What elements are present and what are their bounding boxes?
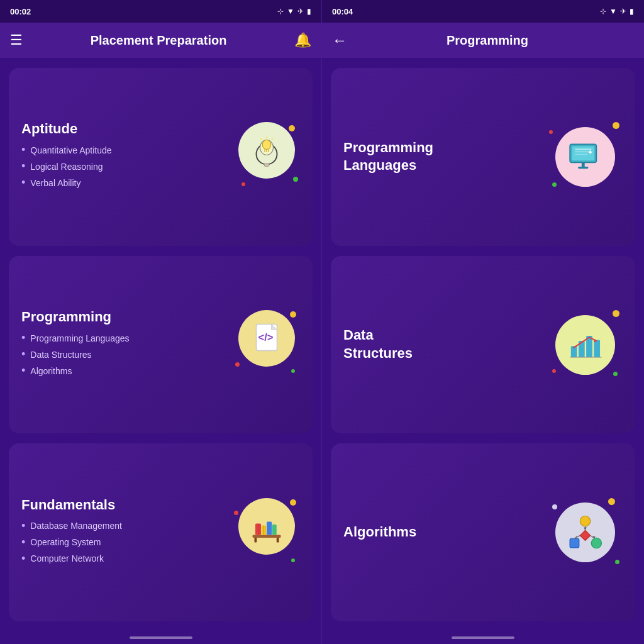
aptitude-icon	[238, 122, 295, 179]
algorithms-image-container	[547, 495, 623, 570]
aptitude-item-1: Quantitative Aptitude	[21, 143, 232, 157]
svg-line-9	[260, 138, 262, 140]
dot-green-prog	[291, 369, 295, 373]
svg-text:</>: </>	[258, 331, 274, 343]
svg-rect-19	[272, 525, 277, 535]
svg-point-36	[580, 516, 590, 526]
dot-red-prog	[235, 362, 240, 367]
aptitude-image-container	[232, 122, 301, 191]
dot-yellow-ds	[613, 310, 619, 317]
svg-rect-18	[267, 521, 272, 535]
right-phone: 00:04 ⊹ ▼ ✈ ▮ ← Programming ProgrammingL…	[322, 0, 644, 644]
battery-icon: ▮	[307, 7, 311, 16]
app-header: ☰ Placement Preparation 🔔	[0, 23, 321, 58]
dot-green-ds	[613, 372, 618, 376]
time-right: 00:04	[332, 7, 353, 16]
dot-yellow-pl	[613, 122, 619, 129]
status-icons-left: ⊹ ▼ ✈ ▮	[277, 7, 311, 16]
svg-point-2	[262, 140, 271, 150]
svg-rect-13	[253, 535, 281, 538]
aptitude-card[interactable]: Aptitude Quantitative Aptitude Logical R…	[9, 68, 313, 246]
algorithms-title: Algorithms	[343, 523, 416, 541]
back-button[interactable]: ←	[332, 31, 347, 49]
fundamentals-image-container	[232, 498, 301, 567]
bell-icon[interactable]: 🔔	[294, 32, 311, 48]
programming-title: Programming	[21, 309, 232, 325]
prog-lang-title: ProgrammingLanguages	[343, 139, 433, 175]
dot-gray-algo	[552, 504, 557, 509]
battery-icon-right: ▮	[630, 7, 634, 16]
programming-card-text: Programming Programming Languages Data S…	[21, 309, 232, 380]
prog-lang-icon: ✦	[555, 127, 615, 187]
right-content: ProgrammingLanguages ✦	[322, 58, 644, 631]
aptitude-item-2: Logical Reasoning	[21, 160, 232, 173]
dot-yellow-fund	[290, 499, 296, 506]
svg-rect-15	[277, 538, 279, 543]
fundamentals-item-2: Operating System	[21, 536, 232, 549]
signal-icon-right: ⊹	[600, 7, 606, 16]
algorithms-card[interactable]: Algorithms	[331, 443, 635, 621]
fundamentals-card-text: Fundamentals Database Management Operati…	[21, 497, 232, 569]
home-bar-right	[452, 636, 514, 639]
svg-rect-6	[264, 164, 269, 167]
status-bar-right: 00:04 ⊹ ▼ ✈ ▮	[322, 0, 644, 23]
dot-green-pl	[552, 182, 557, 187]
left-phone: 00:02 ⊹ ▼ ✈ ▮ ☰ Placement Preparation 🔔 …	[0, 0, 322, 644]
aptitude-title: Aptitude	[21, 121, 232, 137]
aptitude-card-text: Aptitude Quantitative Aptitude Logical R…	[21, 121, 232, 192]
dot-yellow-algo	[608, 498, 615, 505]
dot-red-pl	[549, 130, 553, 134]
dot-yellow-prog	[290, 311, 296, 318]
programming-icon: </>	[238, 310, 295, 367]
svg-marker-41	[584, 528, 587, 531]
svg-rect-28	[581, 162, 584, 167]
time-left: 00:02	[10, 7, 31, 16]
right-phone-header: ← Programming	[322, 23, 644, 58]
programming-languages-card[interactable]: ProgrammingLanguages ✦	[331, 68, 635, 246]
data-structures-card[interactable]: DataStructures	[331, 256, 635, 434]
prog-lang-image-container: ✦	[547, 119, 623, 194]
svg-rect-33	[594, 340, 600, 357]
dot-red-ds	[552, 369, 556, 373]
dot-red-fund	[234, 511, 238, 515]
right-header-title: Programming	[360, 33, 634, 48]
airplane-icon-right: ✈	[620, 7, 626, 16]
programming-item-2: Data Structures	[21, 348, 232, 361]
programming-image-container: </>	[232, 310, 301, 379]
status-icons-right: ⊹ ▼ ✈ ▮	[600, 7, 634, 16]
airplane-icon: ✈	[297, 7, 304, 16]
programming-list: Programming Languages Data Structures Al…	[21, 331, 232, 377]
fundamentals-item-3: Computer Network	[21, 552, 232, 565]
fundamentals-title: Fundamentals	[21, 497, 232, 513]
programming-card[interactable]: Programming Programming Languages Data S…	[9, 256, 313, 434]
dot-red-aptitude	[242, 182, 245, 186]
svg-text:✦: ✦	[587, 148, 592, 156]
status-bar-left: 00:02 ⊹ ▼ ✈ ▮	[0, 0, 321, 23]
programming-item-3: Algorithms	[21, 364, 232, 377]
svg-line-8	[272, 138, 274, 140]
app-title: Placement Preparation	[91, 33, 227, 48]
dot-green-algo	[615, 560, 619, 564]
svg-point-38	[591, 538, 601, 548]
aptitude-list: Quantitative Aptitude Logical Reasoning …	[21, 143, 232, 189]
dot-green-fund	[291, 558, 295, 562]
svg-rect-29	[578, 167, 588, 169]
signal-icon: ⊹	[277, 7, 284, 16]
home-indicator-left	[0, 631, 321, 644]
wifi-icon: ▼	[287, 7, 294, 16]
fundamentals-item-1: Database Management	[21, 519, 232, 533]
dot-yellow-aptitude	[289, 125, 295, 131]
fundamentals-list: Database Management Operating System Com…	[21, 519, 232, 565]
svg-marker-39	[580, 530, 590, 540]
fundamentals-card[interactable]: Fundamentals Database Management Operati…	[9, 443, 313, 621]
hamburger-icon[interactable]: ☰	[10, 32, 23, 48]
home-bar-left	[130, 636, 192, 639]
wifi-icon-right: ▼	[609, 7, 617, 16]
svg-rect-37	[570, 538, 579, 548]
aptitude-item-3: Verbal Ability	[21, 176, 232, 189]
data-struct-title: DataStructures	[343, 326, 413, 362]
home-indicator-right	[322, 631, 644, 644]
main-content-left: Aptitude Quantitative Aptitude Logical R…	[0, 58, 321, 631]
data-struct-image-container	[547, 307, 623, 382]
programming-item-1: Programming Languages	[21, 331, 232, 345]
